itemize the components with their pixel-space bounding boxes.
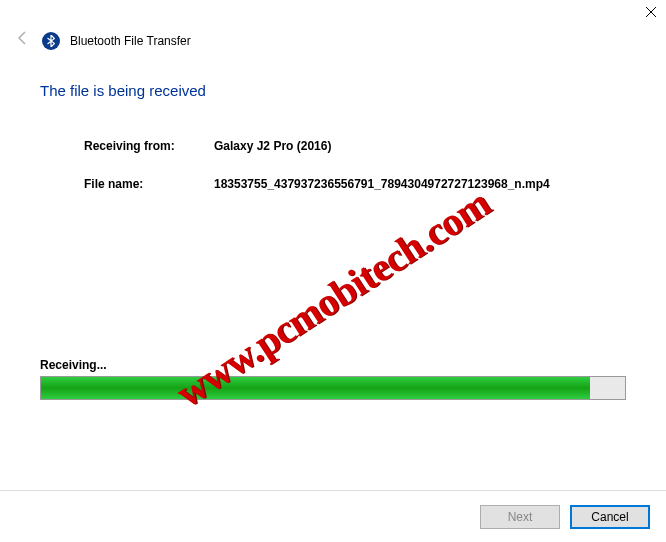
receiving-from-value: Galaxy J2 Pro (2016) [214, 139, 331, 153]
back-arrow-icon [14, 30, 32, 51]
next-button: Next [480, 505, 560, 529]
progress-bar [40, 376, 626, 400]
progress-label: Receiving... [40, 358, 626, 372]
file-name-label: File name: [84, 177, 214, 191]
progress-fill [41, 377, 590, 399]
bluetooth-transfer-window: Bluetooth File Transfer The file is bein… [0, 0, 666, 542]
receiving-from-row: Receiving from: Galaxy J2 Pro (2016) [84, 139, 626, 153]
progress-area: Receiving... [40, 358, 626, 400]
content-area: The file is being received Receiving fro… [40, 82, 626, 215]
transfer-info: Receiving from: Galaxy J2 Pro (2016) Fil… [40, 139, 626, 191]
receiving-from-label: Receiving from: [84, 139, 214, 153]
wizard-header: Bluetooth File Transfer [14, 30, 652, 51]
window-title: Bluetooth File Transfer [70, 34, 191, 48]
footer: Next Cancel [0, 490, 666, 542]
file-name-row: File name: 18353755_437937236556791_7894… [84, 177, 626, 191]
page-headline: The file is being received [40, 82, 626, 99]
file-name-value: 18353755_437937236556791_789430497272712… [214, 177, 550, 191]
bluetooth-icon [42, 32, 60, 50]
close-icon [645, 6, 657, 18]
cancel-button[interactable]: Cancel [570, 505, 650, 529]
close-button[interactable] [642, 3, 660, 21]
